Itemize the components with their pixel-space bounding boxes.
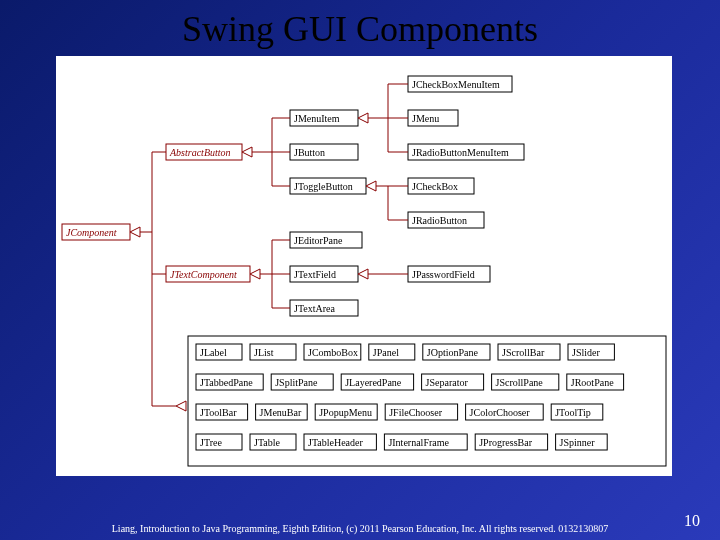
node-jfilechooser: JFileChooser — [385, 404, 457, 420]
node-jpopupmenu: JPopupMenu — [315, 404, 377, 420]
node-jradiobuttonmenuitem: JRadioButtonMenuItem — [408, 144, 524, 160]
node-jtextarea: JTextArea — [290, 300, 358, 316]
node-jtableheader: JTableHeader — [304, 434, 376, 450]
svg-text:JSplitPane: JSplitPane — [275, 377, 318, 388]
label-jradiobutton: JRadioButton — [412, 215, 467, 226]
label-jeditorpane: JEditorPane — [294, 235, 343, 246]
svg-text:JPanel: JPanel — [373, 347, 399, 358]
node-jpasswordfield: JPasswordField — [408, 266, 490, 282]
svg-text:JMenuBar: JMenuBar — [260, 407, 302, 418]
page-title: Swing GUI Components — [0, 8, 720, 50]
node-jcolorchooser: JColorChooser — [466, 404, 544, 420]
node-jradiobutton: JRadioButton — [408, 212, 484, 228]
node-jeditorpane: JEditorPane — [290, 232, 362, 248]
svg-text:JComponent: JComponent — [66, 227, 117, 238]
svg-text:JInternalFrame: JInternalFrame — [388, 437, 449, 448]
node-jscrollbar: JScrollBar — [498, 344, 560, 360]
svg-marker-21 — [250, 269, 260, 279]
node-jmenubar: JMenuBar — [256, 404, 308, 420]
svg-marker-23 — [366, 181, 376, 191]
node-jlabel: JLabel — [196, 344, 242, 360]
node-jcomponent: JComponent — [62, 224, 130, 240]
svg-text:JColorChooser: JColorChooser — [470, 407, 531, 418]
node-jmenu: JMenu — [408, 110, 458, 126]
node-jslider: JSlider — [568, 344, 614, 360]
node-jinternalframe: JInternalFrame — [384, 434, 467, 450]
svg-text:JPopupMenu: JPopupMenu — [319, 407, 372, 418]
svg-text:AbstractButton: AbstractButton — [169, 147, 231, 158]
label-jtextfield: JTextField — [294, 269, 336, 280]
svg-text:JProgressBar: JProgressBar — [479, 437, 532, 448]
node-jsplitpane: JSplitPane — [271, 374, 333, 390]
node-jtable: JTable — [250, 434, 296, 450]
class-diagram: JComponent AbstractButton JTextComponent… — [56, 56, 672, 476]
node-abstractbutton: AbstractButton — [166, 144, 242, 160]
node-jcheckboxmenuitem: JCheckBoxMenuItem — [408, 76, 512, 92]
svg-marker-24 — [358, 269, 368, 279]
label-jcheckboxmenuitem: JCheckBoxMenuItem — [412, 79, 500, 90]
label-jmenu: JMenu — [412, 113, 439, 124]
svg-marker-22 — [358, 113, 368, 123]
node-jtogglebutton: JToggleButton — [290, 178, 366, 194]
label-jtextarea: JTextArea — [294, 303, 336, 314]
node-jrootpane: JRootPane — [567, 374, 624, 390]
node-jlayeredpane: JLayeredPane — [341, 374, 413, 390]
node-jpanel: JPanel — [369, 344, 415, 360]
footer-text: Liang, Introduction to Java Programming,… — [0, 523, 720, 534]
svg-text:JList: JList — [254, 347, 274, 358]
svg-text:JTree: JTree — [200, 437, 222, 448]
svg-text:JToolTip: JToolTip — [555, 407, 591, 418]
svg-text:JOptionPane: JOptionPane — [427, 347, 479, 358]
node-jtextfield: JTextField — [290, 266, 358, 282]
node-jlist: JList — [250, 344, 296, 360]
svg-text:JTableHeader: JTableHeader — [308, 437, 363, 448]
node-jtabbedpane: JTabbedPane — [196, 374, 263, 390]
node-jtooltip: JToolTip — [551, 404, 603, 420]
label-jradiobuttonmenuitem: JRadioButtonMenuItem — [412, 147, 509, 158]
svg-marker-19 — [176, 401, 186, 411]
label-jbutton: JButton — [294, 147, 325, 158]
node-jtoolbar: JToolBar — [196, 404, 248, 420]
page-number: 10 — [684, 512, 700, 530]
slide: Swing GUI Components JComponent Abstract… — [0, 0, 720, 540]
label-jcheckbox: JCheckBox — [412, 181, 458, 192]
node-jcombobox: JComboBox — [304, 344, 361, 360]
svg-text:JLayeredPane: JLayeredPane — [345, 377, 402, 388]
node-jmenuitem: JMenuItem — [290, 110, 358, 126]
node-jcheckbox: JCheckBox — [408, 178, 474, 194]
node-jtree: JTree — [196, 434, 242, 450]
node-jspinner: JSpinner — [556, 434, 608, 450]
svg-text:JSpinner: JSpinner — [560, 437, 596, 448]
node-jtextcomponent: JTextComponent — [166, 266, 250, 282]
label-jmenuitem: JMenuItem — [294, 113, 340, 124]
svg-text:JScrollPane: JScrollPane — [496, 377, 544, 388]
svg-marker-18 — [130, 227, 140, 237]
svg-text:JFileChooser: JFileChooser — [389, 407, 442, 418]
svg-text:JTable: JTable — [254, 437, 281, 448]
svg-text:JLabel: JLabel — [200, 347, 227, 358]
svg-text:JTextComponent: JTextComponent — [170, 269, 237, 280]
node-joptionpane: JOptionPane — [423, 344, 490, 360]
node-jprogressbar: JProgressBar — [475, 434, 547, 450]
svg-text:JTabbedPane: JTabbedPane — [200, 377, 253, 388]
svg-marker-20 — [242, 147, 252, 157]
svg-text:JScrollBar: JScrollBar — [502, 347, 545, 358]
node-jbutton: JButton — [290, 144, 358, 160]
svg-text:JRootPane: JRootPane — [571, 377, 614, 388]
label-jtogglebutton: JToggleButton — [294, 181, 353, 192]
svg-text:JToolBar: JToolBar — [200, 407, 237, 418]
label-jpasswordfield: JPasswordField — [412, 269, 475, 280]
svg-text:JSeparator: JSeparator — [426, 377, 469, 388]
svg-text:JComboBox: JComboBox — [308, 347, 358, 358]
svg-text:JSlider: JSlider — [572, 347, 600, 358]
node-jscrollpane: JScrollPane — [492, 374, 559, 390]
node-jseparator: JSeparator — [422, 374, 484, 390]
